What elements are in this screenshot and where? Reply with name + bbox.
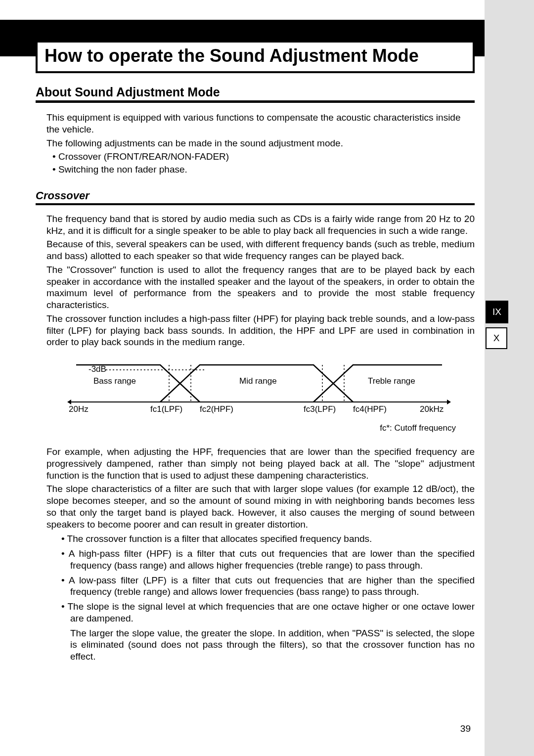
side-tab-ix[interactable]: IX <box>486 301 508 323</box>
list-item: A low-pass filter (LPF) is a filter that… <box>61 575 475 598</box>
para: For example, when adjusting the HPF, fre… <box>46 446 475 481</box>
page-title-box: How to operate the Sound Adjustment Mode <box>36 41 475 73</box>
crossover-diagram: -3dB Bass range Mid range Treble range 2… <box>46 355 475 439</box>
diagram-label-fc4: fc4(HPF) <box>353 404 387 414</box>
diagram-label-20hz: 20Hz <box>69 404 89 414</box>
diagram-label-treble: Treble range <box>368 376 415 386</box>
section-heading-about: About Sound Adjustment Mode <box>36 85 475 99</box>
section3-bullets: The crossover function is a filter that … <box>46 533 475 663</box>
list-item: The crossover function is a filter that … <box>61 533 475 545</box>
page-number: 39 <box>460 723 471 734</box>
para: The "Crossover" function is used to allo… <box>46 264 475 311</box>
divider <box>36 203 475 205</box>
diagram-label-bass: Bass range <box>93 376 136 386</box>
side-tab-x[interactable]: X <box>486 327 507 349</box>
right-margin <box>485 0 534 756</box>
diagram-footnote: fc*: Cutoff frequency <box>380 423 456 433</box>
para: This equipment is equipped with various … <box>46 112 475 135</box>
section1-body: This equipment is equipped with various … <box>46 112 475 176</box>
diagram-label-fc3: fc3(LPF) <box>304 404 336 414</box>
para: The crossover function includes a high-p… <box>46 313 475 348</box>
list-item: The slope is the signal level at which f… <box>61 601 475 624</box>
diagram-label-20khz: 20kHz <box>420 404 444 414</box>
para: Because of this, several speakers can be… <box>46 238 475 262</box>
svg-marker-2 <box>67 400 71 404</box>
para: The following adjustments can be made in… <box>46 137 475 149</box>
list-item: Crossover (FRONT/REAR/NON-FADER) <box>52 151 475 163</box>
list-item: Switching the non fader phase. <box>52 164 475 176</box>
diagram-label-mid: Mid range <box>239 376 277 386</box>
diagram-label-fc1: fc1(LPF) <box>150 404 182 414</box>
list-item: A high-pass filter (HPF) is a filter tha… <box>61 548 475 572</box>
crossover-svg: -3dB Bass range Mid range Treble range 2… <box>46 355 462 419</box>
para: The frequency band that is stored by aud… <box>46 213 475 237</box>
page-title: How to operate the Sound Adjustment Mode <box>44 45 466 66</box>
para: The slope characteristics of a filter ar… <box>46 483 475 530</box>
list-item-cont: The larger the slope value, the greater … <box>61 627 475 663</box>
section3-body: For example, when adjusting the HPF, fre… <box>46 446 475 530</box>
svg-marker-3 <box>447 400 451 404</box>
section-heading-crossover: Crossover <box>36 189 475 202</box>
divider <box>36 100 475 103</box>
diagram-label-fc2: fc2(HPF) <box>200 404 233 414</box>
section2-body: The frequency band that is stored by aud… <box>46 213 475 348</box>
diagram-label-neg3db: -3dB <box>89 364 106 374</box>
